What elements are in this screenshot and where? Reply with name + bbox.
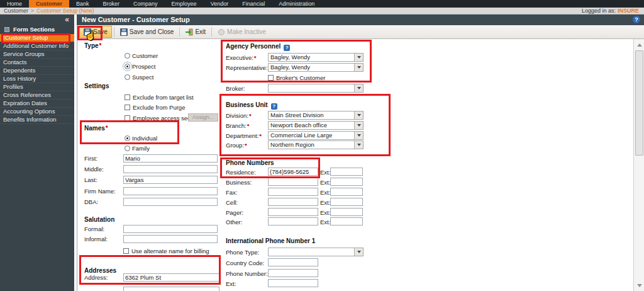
sidebar-item-customer-setup[interactable]: !Customer Setup [0, 34, 74, 42]
sidebar-item-additional-customer-info[interactable]: Additional Customer Info [0, 42, 74, 50]
dba-field[interactable] [123, 198, 218, 206]
representative-dropdown[interactable]: Bagley, Wendy [268, 63, 364, 72]
representative-label: Representative:* [226, 64, 270, 71]
group-dropdown[interactable]: Northern Region [268, 140, 364, 149]
other-ext-field[interactable] [330, 217, 363, 225]
branch-dropdown[interactable]: Newport Beach office [268, 121, 364, 130]
residence-phone-field[interactable] [268, 168, 318, 176]
business-ext-label: Ext: [320, 179, 330, 186]
scroll-up-icon[interactable] [635, 40, 644, 49]
radio-family[interactable] [125, 146, 130, 151]
department-dropdown[interactable]: Commercial Line Large [268, 131, 364, 140]
phone-type-label: Phone Type: [226, 249, 259, 256]
sidebar-item-loss-history[interactable]: Loss History [0, 75, 74, 83]
last-name-field[interactable] [123, 176, 218, 184]
radio-customer[interactable] [125, 53, 130, 59]
breadcrumb-current[interactable]: Customer Setup (New) [36, 8, 94, 14]
menu-administration[interactable]: Administration [272, 0, 321, 8]
radio-individual[interactable] [125, 135, 130, 141]
fax-ext-field[interactable] [330, 188, 363, 196]
business-ext-field[interactable] [330, 178, 363, 186]
help-icon[interactable]: ? [633, 16, 640, 23]
checkbox-exclude-purge[interactable] [125, 105, 130, 110]
sidebar-item-accounting-options[interactable]: Accounting Options [0, 108, 74, 116]
division-dropdown[interactable]: Main Street Division [268, 111, 364, 120]
checkbox-alt-billing-name[interactable] [123, 248, 129, 254]
collapse-sidebar-icon[interactable]: « [65, 15, 69, 24]
intl-ext-field[interactable] [268, 279, 318, 287]
app-window: Home Customer Bank Broker Company Employ… [0, 0, 644, 291]
scroll-down-icon[interactable] [635, 281, 644, 290]
dropdown-arrow-icon [354, 84, 363, 92]
other-phone-field[interactable] [268, 217, 318, 225]
middle-name-field[interactable] [123, 165, 218, 173]
form-sections-header: Form Sections [0, 25, 74, 34]
phone-numbers-header: Phone Numbers [226, 159, 274, 166]
sidebar-item-expiration-dates[interactable]: Expiration Dates [0, 100, 74, 108]
checkbox-exclude-target-list[interactable] [125, 94, 130, 100]
pager-ext-field[interactable] [330, 208, 363, 216]
cell-field[interactable] [268, 198, 318, 206]
executive-dropdown[interactable]: Bagley, Wendy [268, 53, 364, 62]
cell-label: Cell: [226, 199, 238, 206]
breadcrumb-separator: > [31, 8, 34, 14]
menu-vendor[interactable]: Vendor [204, 0, 236, 8]
radio-suspect[interactable] [125, 74, 130, 80]
menu-employee[interactable]: Employee [165, 0, 204, 8]
sidebar-item-benefits-information[interactable]: Benefits Information [0, 116, 74, 124]
menu-company[interactable]: Company [126, 0, 165, 8]
toolbar: Save Save and Close Exit Make Inactive [77, 25, 644, 39]
address-field-2[interactable] [123, 287, 219, 291]
agency-help-icon[interactable]: ? [284, 45, 290, 51]
toolbar-separator [179, 27, 180, 37]
sidebar-item-profiles[interactable]: Profiles [0, 83, 74, 91]
radio-customer-label: Customer [132, 52, 158, 59]
menu-home[interactable]: Home [0, 0, 29, 8]
breadcrumb-root[interactable]: Customer [4, 8, 28, 14]
residence-ext-field[interactable] [330, 168, 363, 176]
informal-label: Informal: [84, 236, 108, 243]
first-name-label: First: [84, 155, 97, 162]
branch-label: Branch:* [226, 122, 249, 129]
checkbox-employee-access-secured[interactable] [125, 115, 130, 121]
make-inactive-icon [218, 28, 225, 36]
scrollbar-thumb[interactable] [635, 50, 643, 156]
radio-family-label: Family [132, 145, 150, 152]
cell-ext-field[interactable] [330, 198, 363, 206]
residence-phone-label: Residence: [226, 169, 256, 176]
broker-label: Broker: [226, 85, 245, 92]
business-phone-field[interactable] [268, 178, 318, 186]
sidebar-item-dependents[interactable]: Dependents [0, 67, 74, 75]
informal-field[interactable] [123, 235, 218, 243]
phone-type-dropdown[interactable] [268, 248, 364, 256]
save-and-close-icon [120, 28, 128, 36]
pager-field[interactable] [268, 208, 318, 216]
menu-financial[interactable]: Financial [235, 0, 272, 8]
first-name-field[interactable] [123, 154, 218, 163]
business-unit-help-icon[interactable]: ? [271, 103, 277, 110]
last-name-label: Last: [84, 176, 97, 183]
broker-dropdown[interactable] [268, 84, 364, 93]
intl-phone-number-field[interactable] [268, 269, 318, 277]
menu-customer[interactable]: Customer [29, 0, 69, 8]
sidebar-item-cross-references[interactable]: Cross References [0, 91, 74, 100]
fax-field[interactable] [268, 188, 318, 196]
menu-bank[interactable]: Bank [69, 0, 96, 8]
radio-prospect[interactable] [125, 64, 130, 69]
menu-broker[interactable]: Broker [96, 0, 127, 8]
country-code-field[interactable] [268, 258, 318, 266]
exit-button[interactable]: Exit [182, 26, 209, 38]
vertical-scrollbar[interactable] [633, 39, 644, 291]
checkbox-brokers-customer[interactable] [268, 75, 274, 81]
dropdown-arrow-icon [354, 141, 363, 149]
intl-ext-label: Ext: [226, 280, 236, 287]
formal-field[interactable] [123, 225, 218, 233]
sidebar-item-contacts[interactable]: Contacts [0, 59, 74, 67]
address-field[interactable] [123, 273, 219, 282]
save-and-close-button[interactable]: Save and Close [116, 26, 178, 38]
sidebar-item-service-groups[interactable]: Service Groups [0, 50, 74, 59]
dropdown-arrow-icon [354, 122, 363, 129]
business-unit-header: Business Unit? [226, 101, 277, 110]
firm-name-field[interactable] [123, 187, 218, 195]
agency-personnel-header: Agency Personnel? [226, 43, 290, 51]
